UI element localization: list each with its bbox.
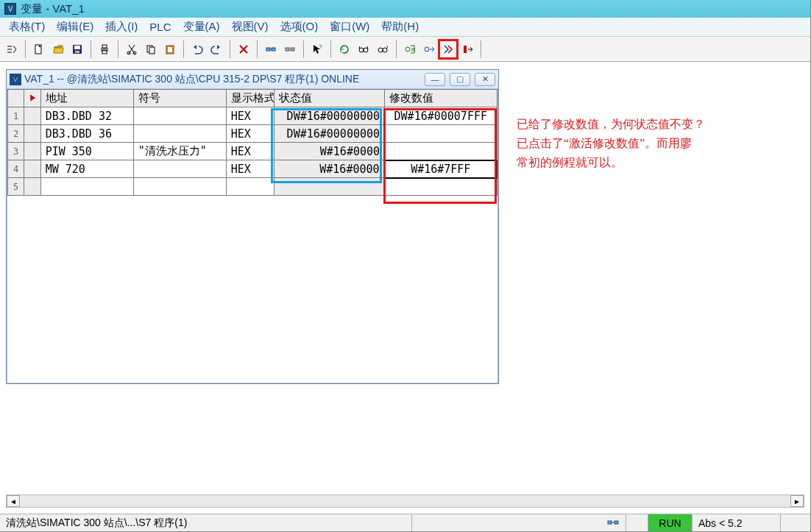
status-run: RUN bbox=[648, 514, 693, 531]
monitor-glasses-button[interactable] bbox=[355, 40, 372, 58]
copy-button[interactable] bbox=[142, 40, 160, 58]
svg-point-18 bbox=[359, 48, 364, 52]
cell-sym[interactable] bbox=[133, 107, 226, 125]
header-addr[interactable]: 地址 bbox=[40, 90, 133, 107]
menu-view[interactable]: 视图(V) bbox=[226, 18, 275, 35]
cell-mod[interactable] bbox=[385, 125, 497, 143]
cell-addr[interactable]: MW 720 bbox=[40, 160, 133, 178]
menu-options[interactable]: 选项(O) bbox=[275, 18, 325, 35]
client-area: V VAT_1 -- @清洗站\SIMATIC 300 站点\CPU 315-2… bbox=[0, 62, 810, 514]
menu-edit[interactable]: 编辑(E) bbox=[51, 18, 99, 35]
table-row[interactable]: 1 DB3.DBD 32 HEX DW#16#00000000 DW#16#00… bbox=[8, 107, 497, 125]
table-row[interactable]: 3 PIW 350 "清洗水压力" HEX W#16#0000 bbox=[8, 143, 497, 160]
svg-text:?: ? bbox=[319, 43, 322, 50]
svg-point-7 bbox=[127, 52, 130, 54]
force-button[interactable] bbox=[458, 40, 476, 58]
cell-fmt[interactable]: HEX bbox=[226, 107, 274, 125]
menubar: 表格(T) 编辑(E) 插入(I) PLC 变量(A) 视图(V) 选项(O) … bbox=[0, 18, 810, 37]
annotation-line-3: 常初的例程就可以。 bbox=[517, 153, 705, 172]
status-path: 清洗站\SIMATIC 300 站点\...\S7 程序(1) bbox=[0, 514, 412, 531]
new-button[interactable] bbox=[30, 40, 48, 58]
delete-row-button[interactable] bbox=[235, 40, 252, 58]
activate-modify-button[interactable] bbox=[439, 40, 457, 58]
menu-table[interactable]: 表格(T) bbox=[3, 18, 51, 35]
statusbar: 清洗站\SIMATIC 300 站点\...\S7 程序(1) RUN Abs … bbox=[0, 514, 810, 531]
variable-table[interactable]: 地址 符号 显示格式 状态值 修改数值 1 DB3.DBD 32 HEX DW#… bbox=[7, 89, 497, 196]
paste-button[interactable] bbox=[161, 40, 179, 58]
menu-variable[interactable]: 变量(A) bbox=[177, 18, 226, 35]
row-number: 5 bbox=[8, 178, 24, 196]
cell-addr[interactable]: DB3.DBD 36 bbox=[40, 125, 133, 143]
cell-sym[interactable] bbox=[133, 178, 226, 196]
read-var-button[interactable]: R bbox=[401, 40, 419, 58]
cell-fmt[interactable] bbox=[226, 178, 274, 196]
row-number: 2 bbox=[8, 125, 24, 143]
svg-rect-12 bbox=[168, 47, 172, 52]
svg-rect-16 bbox=[291, 48, 294, 51]
status-connect-icon bbox=[600, 514, 626, 531]
disconnect-button[interactable] bbox=[281, 40, 299, 58]
cell-mod[interactable] bbox=[385, 178, 497, 196]
row-marker bbox=[24, 125, 40, 143]
table-row[interactable]: 2 DB3.DBD 36 HEX DW#16#00000000 bbox=[8, 125, 497, 143]
modify-var-button[interactable] bbox=[420, 40, 438, 58]
scroll-right-button[interactable]: ► bbox=[790, 495, 804, 507]
header-fmt[interactable]: 显示格式 bbox=[226, 90, 274, 107]
child-window: V VAT_1 -- @清洗站\SIMATIC 300 站点\CPU 315-2… bbox=[6, 69, 499, 384]
scroll-left-button[interactable]: ◄ bbox=[7, 495, 20, 507]
cell-addr[interactable]: PIW 350 bbox=[40, 143, 133, 160]
monitor-refresh-button[interactable] bbox=[336, 40, 353, 58]
menu-insert[interactable]: 插入(I) bbox=[99, 18, 144, 35]
child-maximize-button[interactable]: ▢ bbox=[450, 73, 470, 86]
save-button[interactable] bbox=[68, 40, 86, 58]
header-blank1 bbox=[8, 90, 24, 107]
cell-status bbox=[274, 178, 384, 196]
cell-addr[interactable] bbox=[40, 178, 133, 196]
help-pointer-button[interactable]: ? bbox=[308, 40, 326, 58]
toggle-rows-button[interactable] bbox=[3, 40, 21, 58]
cell-mod[interactable] bbox=[385, 143, 497, 160]
table-row[interactable]: 4 MW 720 HEX W#16#0000 W#16#7FFF bbox=[8, 160, 497, 178]
cell-sym[interactable] bbox=[133, 125, 226, 143]
cell-status: W#16#0000 bbox=[274, 160, 384, 178]
header-status[interactable]: 状态值 bbox=[274, 90, 384, 107]
cell-fmt[interactable]: HEX bbox=[226, 125, 274, 143]
cut-button[interactable] bbox=[123, 40, 141, 58]
cell-fmt[interactable]: HEX bbox=[226, 160, 274, 178]
cell-addr[interactable]: DB3.DBD 32 bbox=[40, 107, 133, 125]
svg-rect-3 bbox=[75, 51, 79, 53]
cell-mod[interactable]: DW#16#00007FFF bbox=[385, 107, 497, 125]
svg-rect-25 bbox=[464, 46, 467, 53]
open-button[interactable] bbox=[49, 40, 67, 58]
undo-button[interactable] bbox=[188, 40, 206, 58]
monitor-once-button[interactable] bbox=[374, 40, 392, 58]
status-tail bbox=[781, 514, 810, 531]
table-row[interactable]: 5 bbox=[8, 178, 497, 196]
row-number: 1 bbox=[8, 107, 24, 125]
child-minimize-button[interactable]: — bbox=[425, 73, 445, 86]
child-close-button[interactable]: ✕ bbox=[475, 73, 495, 86]
redo-button[interactable] bbox=[208, 40, 225, 58]
annotation-line-2: 已点击了“激活修改数值”。而用廖 bbox=[517, 134, 705, 153]
svg-rect-6 bbox=[102, 51, 107, 54]
row-number: 4 bbox=[8, 160, 24, 178]
menu-window[interactable]: 窗口(W) bbox=[324, 18, 375, 35]
title-text: 变量 - VAT_1 bbox=[21, 2, 85, 16]
header-mod[interactable]: 修改数值 bbox=[385, 90, 497, 107]
cell-sym[interactable]: "清洗水压力" bbox=[133, 143, 226, 160]
cell-fmt[interactable]: HEX bbox=[226, 143, 274, 160]
print-button[interactable] bbox=[96, 40, 113, 58]
cell-sym[interactable] bbox=[133, 160, 226, 178]
menu-help[interactable]: 帮助(H) bbox=[375, 18, 425, 35]
row-marker bbox=[24, 178, 40, 196]
horizontal-scrollbar[interactable]: ◄ ► bbox=[6, 494, 804, 508]
cell-mod[interactable]: W#16#7FFF bbox=[385, 160, 497, 178]
menu-plc[interactable]: PLC bbox=[144, 19, 177, 35]
header-sym[interactable]: 符号 bbox=[133, 90, 226, 107]
table-area: 地址 符号 显示格式 状态值 修改数值 1 DB3.DBD 32 HEX DW#… bbox=[7, 89, 498, 383]
child-titlebar[interactable]: V VAT_1 -- @清洗站\SIMATIC 300 站点\CPU 315-2… bbox=[7, 70, 498, 89]
connect-button[interactable] bbox=[262, 40, 280, 58]
svg-rect-13 bbox=[266, 48, 270, 51]
header-marker bbox=[24, 90, 40, 107]
svg-rect-5 bbox=[102, 45, 107, 48]
